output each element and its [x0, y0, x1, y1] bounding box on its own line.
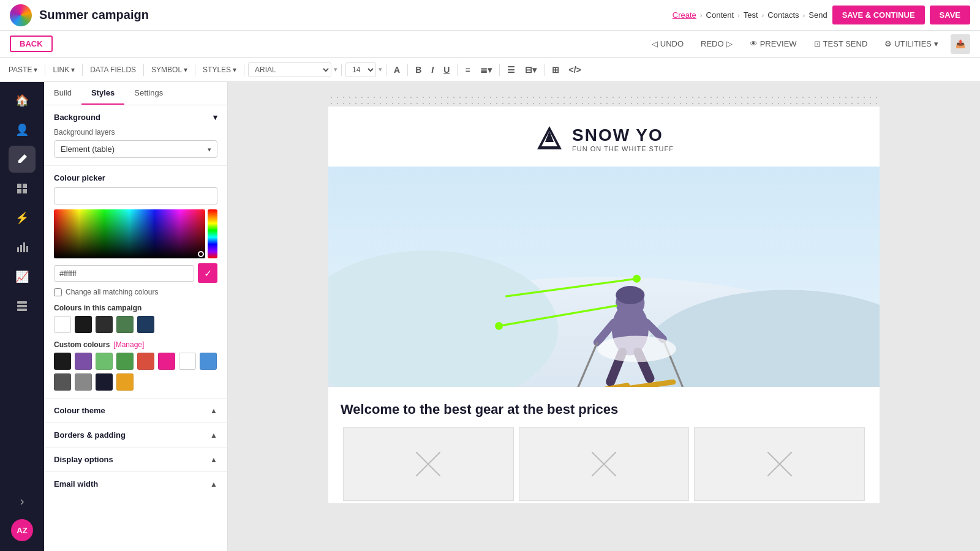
campaign-swatch-4[interactable]: [137, 316, 154, 333]
font-size-select[interactable]: 14 12 16 18: [345, 62, 376, 77]
left-panel: Build Styles Settings Background ▾ Backg…: [44, 82, 228, 551]
breadcrumb-test[interactable]: Test: [744, 10, 758, 20]
display-options-section: Display options ▲: [44, 447, 227, 471]
app-logo[interactable]: [10, 4, 32, 26]
test-send-icon: ⊡: [814, 39, 821, 48]
colour-hue-slider[interactable]: [208, 209, 217, 258]
action-bar: BACK ◁ UNDO REDO ▷ 👁 PREVIEW ⊡ TEST SEND…: [0, 31, 980, 58]
styles-button[interactable]: STYLES ▾: [199, 63, 240, 77]
campaign-swatch-2[interactable]: [96, 316, 113, 333]
sidebar-item-blocks[interactable]: [9, 293, 36, 320]
custom-swatch-7[interactable]: [200, 353, 217, 370]
link-button[interactable]: LINK ▾: [49, 63, 78, 77]
sidebar-item-grid[interactable]: [9, 175, 36, 202]
table-button[interactable]: ⊞: [548, 62, 563, 77]
sidebar-item-home[interactable]: 🏠: [9, 87, 36, 114]
custom-swatch-2[interactable]: [96, 353, 113, 370]
redo-button[interactable]: REDO ▷: [696, 37, 737, 51]
preview-button[interactable]: 👁 PREVIEW: [745, 37, 802, 51]
list-button[interactable]: ☰: [503, 62, 519, 77]
manage-colours-link[interactable]: [Manage]: [113, 340, 144, 349]
borders-padding-header[interactable]: Borders & padding ▲: [54, 430, 217, 440]
sidebar-item-expand[interactable]: ›: [9, 487, 36, 514]
sidebar-item-edit[interactable]: [9, 146, 36, 173]
icon-sidebar: 🏠 👤 ⚡ 📈 › AZ: [0, 82, 44, 551]
data-fields-button[interactable]: DATA FIELDS: [86, 63, 140, 77]
sidebar-item-users[interactable]: 👤: [9, 116, 36, 143]
user-avatar[interactable]: AZ: [11, 519, 33, 541]
custom-swatch-4[interactable]: [137, 353, 154, 370]
colour-confirm-button[interactable]: ✓: [198, 263, 217, 283]
save-continue-button[interactable]: SAVE & CONTINUE: [832, 6, 925, 24]
symbol-button[interactable]: SYMBOL ▾: [148, 63, 191, 77]
upload-button[interactable]: 📤: [951, 34, 970, 54]
campaign-swatch-0[interactable]: [54, 316, 71, 333]
breadcrumb-create[interactable]: Create: [673, 10, 696, 20]
font-select[interactable]: ARIAL Times New Roman Georgia: [248, 62, 331, 77]
code-button[interactable]: </>: [565, 62, 585, 77]
sidebar-item-lightning[interactable]: ⚡: [9, 204, 36, 231]
tab-settings[interactable]: Settings: [124, 82, 173, 105]
sidebar-item-reports[interactable]: [9, 234, 36, 261]
align-left-button[interactable]: ≡: [461, 62, 473, 77]
top-bar-right: Create › Content › Test › Contacts › Sen…: [673, 6, 970, 24]
breadcrumb-contacts[interactable]: Contacts: [767, 10, 799, 20]
custom-swatch-1[interactable]: [75, 353, 92, 370]
toolbar-sep-4: [195, 64, 195, 76]
list-options-button[interactable]: ⊟▾: [521, 62, 540, 77]
undo-button[interactable]: ◁ UNDO: [647, 37, 688, 51]
custom-swatch-11[interactable]: [116, 373, 134, 391]
paste-button[interactable]: PASTE ▾: [5, 63, 41, 77]
svg-point-33: [597, 335, 676, 362]
sidebar-item-analytics[interactable]: 📈: [9, 263, 36, 290]
panel-tabs: Build Styles Settings: [44, 82, 227, 105]
font-chevron: ▾: [334, 66, 337, 73]
tab-build[interactable]: Build: [44, 82, 81, 105]
mountain-logo-icon: [534, 125, 565, 152]
colour-preview-bar[interactable]: [54, 187, 217, 204]
custom-swatch-10[interactable]: [96, 373, 113, 391]
toolbar-sep-5: [244, 64, 244, 76]
svg-rect-4: [17, 247, 19, 252]
background-header[interactable]: Background ▾: [54, 113, 217, 122]
custom-swatch-8[interactable]: [54, 373, 71, 391]
colour-gradient-picker[interactable]: [54, 209, 205, 258]
background-label: Background: [54, 113, 100, 122]
svg-rect-9: [17, 305, 27, 307]
italic-button[interactable]: I: [428, 62, 437, 77]
products-row: [328, 425, 880, 503]
colour-theme-header[interactable]: Colour theme ▲: [54, 406, 217, 415]
product-placeholder-3: [694, 427, 865, 501]
breadcrumb-content[interactable]: Content: [706, 10, 734, 20]
bold-button[interactable]: B: [412, 62, 425, 77]
test-send-button[interactable]: ⊡ TEST SEND: [809, 37, 873, 51]
custom-swatch-5[interactable]: [158, 353, 175, 370]
save-button[interactable]: SAVE: [930, 6, 970, 24]
tab-styles[interactable]: Styles: [81, 82, 124, 105]
colour-hex-input[interactable]: #ffffff: [54, 265, 194, 282]
text-color-button[interactable]: A: [390, 62, 404, 77]
back-button[interactable]: BACK: [10, 36, 53, 52]
svg-rect-0: [17, 184, 21, 188]
campaign-swatch-1[interactable]: [75, 316, 92, 333]
utilities-button[interactable]: ⚙ UTILITIES ▾: [880, 37, 943, 51]
logo-name: SNOW YO: [572, 126, 674, 145]
display-options-header[interactable]: Display options ▲: [54, 455, 217, 464]
svg-rect-8: [17, 301, 27, 304]
underline-button[interactable]: U: [440, 62, 453, 77]
canvas-area[interactable]: SNOW YO FUN ON THE WHITE STUFF: [228, 82, 980, 551]
custom-swatch-0[interactable]: [54, 353, 71, 370]
align-options-button[interactable]: ≣▾: [477, 62, 496, 77]
email-width-header[interactable]: Email width ▲: [54, 479, 217, 489]
background-layers-select[interactable]: Element (table) Container Page: [54, 140, 217, 158]
custom-swatch-9[interactable]: [75, 373, 92, 391]
svg-point-32: [495, 322, 503, 330]
custom-swatch-3[interactable]: [116, 353, 134, 370]
change-matching-checkbox[interactable]: [54, 288, 62, 296]
custom-swatch-6[interactable]: [179, 353, 196, 370]
utilities-icon: ⚙: [884, 39, 892, 48]
undo-icon: ◁: [652, 39, 658, 48]
breadcrumb-send[interactable]: Send: [809, 10, 827, 20]
background-layers-label: Background layers: [54, 128, 217, 137]
campaign-swatch-3[interactable]: [116, 316, 134, 333]
